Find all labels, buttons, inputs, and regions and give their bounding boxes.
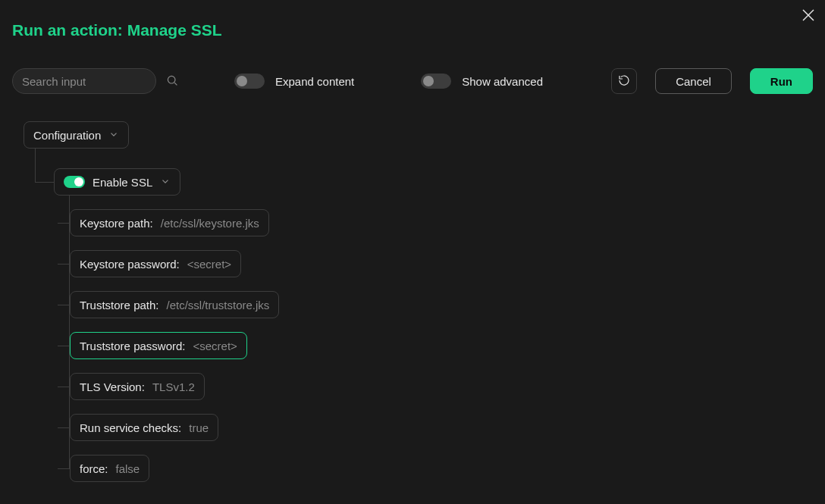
config-field-value: <secret> bbox=[187, 258, 231, 271]
toggle-enable-ssl[interactable] bbox=[64, 176, 85, 188]
config-field-label: Keystore path: bbox=[80, 217, 153, 230]
tree-node-enable-ssl[interactable]: Enable SSL bbox=[54, 168, 180, 196]
modal-run-action: Run an action: Manage SSL Expand content… bbox=[0, 0, 825, 504]
config-field-label: TLS Version: bbox=[80, 380, 145, 393]
toggle-advanced-label: Show advanced bbox=[462, 75, 543, 88]
config-field[interactable]: Keystore path:/etc/ssl/keystore.jks bbox=[70, 209, 269, 236]
config-field[interactable]: Truststore password:<secret> bbox=[70, 332, 247, 359]
config-field[interactable]: Truststore path:/etc/ssl/truststore.jks bbox=[70, 291, 279, 318]
tree-node-configuration[interactable]: Configuration bbox=[24, 121, 129, 149]
toggle-show-advanced[interactable] bbox=[421, 74, 451, 89]
chevron-down-icon bbox=[108, 129, 119, 142]
svg-line-3 bbox=[174, 83, 177, 85]
config-field-label: Truststore path: bbox=[80, 299, 159, 311]
config-field-row: Keystore path:/etc/ssl/keystore.jks bbox=[70, 209, 813, 236]
tree-node-label: Enable SSL bbox=[93, 176, 152, 189]
config-field[interactable]: Run service checks:true bbox=[70, 414, 218, 441]
config-tree: Configuration Enable SSL Keystore path bbox=[0, 94, 825, 494]
config-field-row: TLS Version:TLSv1.2 bbox=[70, 373, 813, 400]
config-field-value: /etc/ssl/keystore.jks bbox=[161, 217, 259, 230]
config-field[interactable]: Keystore password:<secret> bbox=[70, 250, 241, 277]
chevron-down-icon bbox=[160, 176, 171, 189]
config-field-value: TLSv1.2 bbox=[152, 380, 195, 393]
toggle-show-advanced-group: Show advanced bbox=[421, 74, 543, 89]
config-field-label: Run service checks: bbox=[80, 421, 181, 434]
search-input[interactable] bbox=[22, 75, 166, 88]
rotate-ccw-icon bbox=[618, 74, 630, 89]
config-field-value: true bbox=[189, 421, 209, 434]
config-field-label: force: bbox=[80, 462, 108, 475]
config-field-row: Run service checks:true bbox=[70, 414, 813, 441]
toolbar: Expand content Show advanced Cancel Run bbox=[0, 68, 825, 94]
config-field-row: Truststore password:<secret> bbox=[70, 332, 813, 359]
config-field[interactable]: force:false bbox=[70, 455, 149, 482]
leaf-stack: Keystore path:/etc/ssl/keystore.jksKeyst… bbox=[70, 209, 813, 482]
config-field-row: Keystore password:<secret> bbox=[70, 250, 813, 277]
toggle-expand-content-group: Expand content bbox=[234, 74, 354, 89]
config-field-label: Keystore password: bbox=[80, 258, 180, 271]
config-field-label: Truststore password: bbox=[80, 340, 186, 352]
config-field-row: Truststore path:/etc/ssl/truststore.jks bbox=[70, 291, 813, 318]
config-field-row: force:false bbox=[70, 455, 813, 482]
toggle-expand-label: Expand content bbox=[275, 75, 354, 88]
tree-node-label: Configuration bbox=[33, 129, 101, 142]
svg-point-2 bbox=[168, 76, 175, 83]
reset-button[interactable] bbox=[611, 68, 637, 94]
close-icon[interactable] bbox=[801, 8, 816, 23]
config-field-value: <secret> bbox=[193, 340, 237, 352]
toggle-expand-content[interactable] bbox=[234, 74, 265, 89]
config-field-value: false bbox=[116, 462, 140, 475]
page-title: Run an action: Manage SSL bbox=[0, 0, 825, 39]
config-field[interactable]: TLS Version:TLSv1.2 bbox=[70, 373, 205, 400]
search-field-wrap[interactable] bbox=[12, 68, 156, 94]
run-button[interactable]: Run bbox=[750, 68, 813, 94]
cancel-button[interactable]: Cancel bbox=[655, 68, 732, 94]
config-field-value: /etc/ssl/truststore.jks bbox=[167, 299, 270, 311]
search-icon bbox=[166, 74, 178, 89]
